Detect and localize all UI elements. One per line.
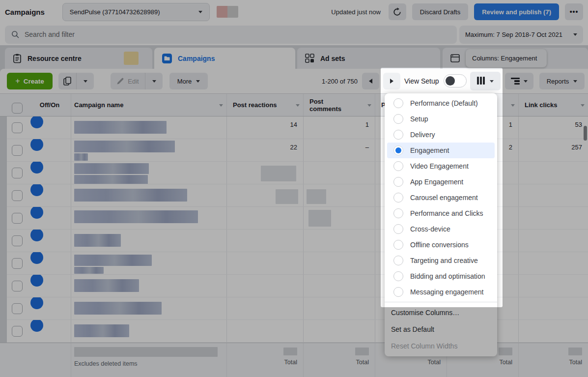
columns-button[interactable] xyxy=(470,72,501,90)
sort-caret-icon xyxy=(581,104,585,107)
menu-item-delivery[interactable]: Delivery xyxy=(387,127,495,143)
search-input[interactable]: Search and filter xyxy=(5,26,457,44)
row-checkbox[interactable] xyxy=(12,281,23,291)
campaign-name-redacted[interactable] xyxy=(71,320,226,342)
campaign-name-redacted[interactable] xyxy=(71,252,226,274)
previous-page-button[interactable] xyxy=(362,73,379,89)
row-checkbox[interactable] xyxy=(12,235,23,246)
menu-item-bidding-and-optimisation[interactable]: Bidding and optimisation xyxy=(387,268,495,284)
breakdown-button[interactable] xyxy=(505,73,533,89)
reports-label: Reports xyxy=(547,78,569,85)
link-clicks-value xyxy=(518,252,588,274)
campaign-name-redacted[interactable] xyxy=(71,275,226,297)
create-button[interactable]: + Create xyxy=(7,73,53,89)
campaign-name-redacted[interactable] xyxy=(71,207,226,229)
columns-icon xyxy=(477,77,486,86)
page-title: Campaigns xyxy=(5,8,45,16)
row-checkbox[interactable] xyxy=(12,303,23,314)
ads-frame-icon xyxy=(450,54,460,63)
menu-item-targeting-and-creative[interactable]: Targeting and creative xyxy=(387,253,495,268)
duplicate-icon xyxy=(63,77,71,86)
pagination-range: 1-200 of 750 xyxy=(304,69,358,93)
menu-item-messaging-engagement[interactable]: Messaging engagement xyxy=(387,284,495,300)
redacted-value xyxy=(303,252,375,274)
duplicate-button[interactable] xyxy=(58,73,76,89)
row-checkbox[interactable] xyxy=(12,326,23,337)
radio-icon xyxy=(393,130,403,140)
reports-button[interactable]: Reports xyxy=(539,73,585,89)
tab-resource-centre[interactable]: Resource centre xyxy=(5,48,152,69)
campaign-name-redacted[interactable] xyxy=(71,116,226,139)
select-all-checkbox[interactable] xyxy=(12,103,23,114)
redacted-value xyxy=(303,230,375,252)
post-comments-value: – xyxy=(303,139,375,161)
ad-account-selector[interactable]: SendPulse (377104732628989) xyxy=(62,3,210,21)
menu-item-video-engagement[interactable]: Video Engagement xyxy=(387,158,495,174)
header-post-reactions[interactable]: Post reactions xyxy=(226,94,303,116)
menu-item-setup[interactable]: Setup xyxy=(387,111,495,127)
campaign-name-redacted[interactable] xyxy=(71,297,226,319)
post-reactions-value: 14 xyxy=(226,116,303,139)
redacted-value xyxy=(303,207,375,229)
vertical-scrollbar[interactable] xyxy=(584,126,587,141)
breakdown-icon xyxy=(511,78,520,85)
summary-post-reactions: Total xyxy=(226,343,303,377)
more-button[interactable]: More xyxy=(169,73,208,89)
date-range-selector[interactable]: Maximum: 7 Sep 2018-7 Oct 2021 xyxy=(459,26,583,44)
row-checkbox[interactable] xyxy=(12,122,23,133)
menu-item-app-engagement[interactable]: App Engagement xyxy=(387,174,495,190)
date-range-label: Maximum: 7 Sep 2018-7 Oct 2021 xyxy=(465,31,562,38)
customise-columns-action[interactable]: Customise Columns… xyxy=(385,304,497,321)
duplicate-options-button[interactable] xyxy=(76,73,94,89)
set-as-default-action[interactable]: Set as Default xyxy=(385,321,497,338)
row-checkbox[interactable] xyxy=(12,190,23,201)
campaign-name-redacted[interactable] xyxy=(71,139,226,161)
refresh-icon xyxy=(392,7,402,17)
radio-icon xyxy=(393,98,403,108)
campaign-name-redacted[interactable] xyxy=(71,230,226,252)
tab-label: Ad sets xyxy=(320,55,345,62)
ad-sets-grid-icon xyxy=(305,54,314,63)
redacted-value xyxy=(226,162,303,184)
menu-item-cross-device[interactable]: Cross-device xyxy=(387,221,495,237)
refresh-button[interactable] xyxy=(389,3,406,20)
menu-item-performance-default[interactable]: Performance (Default) xyxy=(387,95,495,111)
search-row: Search and filter Maximum: 7 Sep 2018-7 … xyxy=(0,24,588,45)
tab-label: Resource centre xyxy=(28,55,82,62)
link-clicks-value xyxy=(518,297,588,319)
next-page-button[interactable] xyxy=(383,73,400,89)
campaign-name-redacted[interactable] xyxy=(71,184,226,206)
menu-item-offline-conversions[interactable]: Offline conversions xyxy=(387,237,495,253)
columns-tooltip: Columns: Engagement xyxy=(466,49,547,67)
updated-status: Updated just now xyxy=(331,8,380,16)
tab-ad-sets[interactable]: Ad sets xyxy=(297,48,440,69)
radio-icon xyxy=(393,208,403,218)
discard-drafts-button[interactable]: Discard Drafts xyxy=(412,3,468,20)
header-campaign-name[interactable]: Campaign name xyxy=(71,94,226,116)
menu-divider xyxy=(385,302,497,302)
review-and-publish-button[interactable]: Review and publish (7) xyxy=(474,3,559,20)
menu-item-engagement[interactable]: Engagement xyxy=(387,143,495,158)
campaign-name-redacted[interactable] xyxy=(71,162,226,184)
view-setup-toggle[interactable] xyxy=(444,74,467,87)
header-link-clicks[interactable]: Link clicks xyxy=(518,94,588,116)
menu-item-performance-and-clicks[interactable]: Performance and Clicks xyxy=(387,205,495,221)
row-checkbox[interactable] xyxy=(12,258,23,269)
edit-options-button[interactable] xyxy=(145,73,163,89)
header-post-comments[interactable]: Post comments xyxy=(303,94,375,116)
redacted-value xyxy=(226,320,303,342)
row-checkbox[interactable] xyxy=(12,145,23,156)
tab-campaigns[interactable]: Campaigns xyxy=(154,48,295,69)
reset-column-widths-action: Reset Column Widths xyxy=(385,338,497,354)
sort-caret-icon xyxy=(219,104,223,107)
edit-button[interactable]: Edit xyxy=(111,73,145,89)
radio-icon xyxy=(393,256,403,265)
overflow-menu-button[interactable]: ••• xyxy=(565,3,583,20)
row-checkbox[interactable] xyxy=(12,168,23,178)
redacted-value xyxy=(303,297,375,319)
row-checkbox[interactable] xyxy=(12,213,23,224)
redacted-value xyxy=(303,320,375,342)
chevron-down-icon xyxy=(152,80,156,83)
menu-item-carousel-engagement[interactable]: Carousel engagement xyxy=(387,190,495,205)
radio-icon xyxy=(393,177,403,187)
